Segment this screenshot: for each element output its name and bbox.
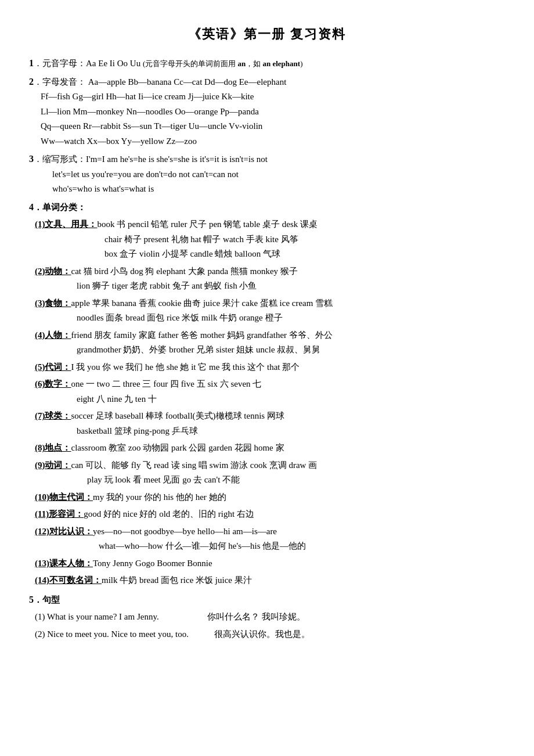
section-2-line3: Ll—lion Mm—monkey Nn—noodles Oo—orange P… — [29, 107, 259, 116]
section-5-title: ．句型 — [34, 595, 60, 604]
cat12-line1: yes—no—not goodbye—bye hello—hi am—is—ar… — [93, 527, 277, 536]
cat4-line1: friend 朋友 family 家庭 father 爸爸 mother 妈妈 … — [71, 330, 333, 340]
cat8-line1: classroom 教室 zoo 动物园 park 公园 garden 花园 h… — [71, 443, 284, 452]
category-14: (14)不可数名词：milk 牛奶 bread 面包 rice 米饭 juice… — [35, 573, 505, 588]
cat2-line1: cat 猫 bird 小鸟 dog 狗 elephant 大象 panda 熊猫… — [71, 267, 298, 276]
category-9: (9)动词：can 可以、能够 fly 飞 read 读 sing 唱 swim… — [35, 458, 505, 488]
cat5-line1: I 我 you 你 we 我们 he 他 she 她 it 它 me 我 thi… — [71, 362, 300, 372]
cat10-title: (10)物主代词： — [35, 492, 93, 502]
cat2-line2: lion 狮子 tiger 老虎 rabbit 兔子 ant 蚂蚁 fish 小… — [35, 281, 257, 290]
section-1-content: 元音字母：Aa Ee Ii Oo Uu (元音字母开头的单词前面用 an，如 a… — [42, 59, 302, 68]
category-2: (2)动物：cat 猫 bird 小鸟 dog 狗 elephant 大象 pa… — [35, 264, 505, 294]
cat1-line2: chair 椅子 present 礼物 hat 帽子 watch 手表 kite… — [35, 235, 298, 244]
page-title: 《英语》第一册 复习资料 — [29, 23, 505, 45]
sentence-2: (2) Nice to meet you. Nice to meet you, … — [35, 627, 505, 642]
category-10: (10)物主代词：my 我的 your 你的 his 他的 her 她的 — [35, 490, 505, 505]
cat12-line2: what—who—how 什么—谁—如何 he's—his 他是—他的 — [35, 541, 306, 550]
cat10-line1: my 我的 your 你的 his 他的 her 她的 — [93, 492, 226, 502]
cat3-line1: apple 苹果 banana 香蕉 cookie 曲奇 juice 果汁 ca… — [71, 298, 333, 308]
sentence-1: (1) What is your name? I am Jenny. 你叫什么名… — [35, 610, 505, 625]
cat6-title: (6)数字： — [35, 379, 71, 388]
category-3: (3)食物：apple 苹果 banana 香蕉 cookie 曲奇 juice… — [35, 296, 505, 326]
sentence-1-num: (1) What is your name? I am Jenny. — [35, 612, 159, 621]
sentences-container: (1) What is your name? I am Jenny. 你叫什么名… — [29, 610, 505, 642]
category-1: (1)文具、用具：book 书 pencil 铅笔 ruler 尺子 pen 钢… — [35, 217, 505, 262]
cat4-title: (4)人物： — [35, 330, 71, 340]
cat7-line2: basketball 篮球 ping-pong 乒乓球 — [35, 426, 198, 435]
cat3-title: (3)食物： — [35, 298, 71, 308]
section-3-num: 3 — [29, 154, 34, 164]
section-1-dot: ． — [34, 59, 42, 68]
cat1-title: (1)文具、用具： — [35, 219, 98, 229]
section-1: 1．元音字母：Aa Ee Ii Oo Uu (元音字母开头的单词前面用 an，如… — [29, 55, 505, 71]
cat14-line1: milk 牛奶 bread 面包 rice 米饭 juice 果汁 — [102, 575, 252, 585]
cat1-line1: book 书 pencil 铅笔 ruler 尺子 pen 钢笔 table 桌… — [98, 219, 318, 229]
category-5: (5)代词：I 我 you 你 we 我们 he 他 she 她 it 它 me… — [35, 360, 505, 375]
cat8-title: (8)地点： — [35, 443, 71, 452]
cat9-line2: play 玩 look 看 meet 见面 go 去 can't 不能 — [35, 475, 240, 484]
sentence-2-cn: 很高兴认识你。我也是。 — [214, 629, 310, 639]
category-8: (8)地点：classroom 教室 zoo 动物园 park 公园 garde… — [35, 441, 505, 456]
section-4: 4．单词分类： — [29, 199, 505, 215]
section-1-num: 1 — [29, 58, 34, 68]
category-6: (6)数字：one 一 two 二 three 三 four 四 five 五 … — [35, 377, 505, 406]
sentence-2-num: (2) Nice to meet you. Nice to meet you, … — [35, 629, 189, 639]
section-2-num: 2 — [29, 77, 34, 87]
cat7-title: (7)球类： — [35, 411, 71, 420]
cat11-title: (11)形容词： — [35, 509, 84, 519]
category-12: (12)对比认识：yes—no—not goodbye—bye hello—hi… — [35, 524, 505, 554]
cat12-title: (12)对比认识： — [35, 527, 93, 536]
section-3-line3: who's=who is what's=what is — [29, 184, 154, 193]
cat11-line1: good 好的 nice 好的 old 老的、旧的 right 右边 — [84, 509, 254, 519]
category-4: (4)人物：friend 朋友 family 家庭 father 爸爸 moth… — [35, 328, 505, 358]
cat7-line1: soccer 足球 baseball 棒球 football(美式)橄榄球 te… — [71, 411, 284, 420]
section-3: 3．缩写形式：I'm=I am he's=he is she's=she is … — [29, 151, 505, 197]
category-11: (11)形容词：good 好的 nice 好的 old 老的、旧的 right … — [35, 507, 505, 522]
category-13: (13)课本人物：Tony Jenny Gogo Boomer Bonnie — [35, 556, 505, 571]
cat3-line2: noodles 面条 bread 面包 rice 米饭 milk 牛奶 oran… — [35, 313, 283, 322]
section-5: 5．句型 — [29, 592, 505, 608]
cat9-line1: can 可以、能够 fly 飞 read 读 sing 唱 swim 游泳 co… — [71, 460, 317, 470]
section-2: 2．字母发音： Aa—apple Bb—banana Cc—cat Dd—dog… — [29, 74, 505, 149]
category-7: (7)球类：soccer 足球 baseball 棒球 football(美式)… — [35, 409, 505, 438]
cat13-title: (13)课本人物： — [35, 559, 93, 568]
cat6-line1: one 一 two 二 three 三 four 四 five 五 six 六 … — [71, 379, 262, 388]
cat6-line2: eight 八 nine 九 ten 十 — [35, 394, 157, 404]
cat14-title: (14)不可数名词： — [35, 575, 102, 585]
cat2-title: (2)动物： — [35, 267, 71, 276]
section-5-num: 5 — [29, 595, 34, 604]
sentence-1-cn: 你叫什么名？ 我叫珍妮。 — [207, 612, 305, 621]
categories-container: (1)文具、用具：book 书 pencil 铅笔 ruler 尺子 pen 钢… — [29, 217, 505, 588]
section-3-line2: let's=let us you're=you are don't=do not… — [29, 170, 239, 179]
cat1-line3: box 盒子 violin 小提琴 candle 蜡烛 balloon 气球 — [35, 249, 280, 258]
cat13-line1: Tony Jenny Gogo Boomer Bonnie — [93, 559, 212, 568]
section-2-line4: Qq—queen Rr—rabbit Ss—sun Tt—tiger Uu—un… — [29, 121, 262, 131]
section-4-num: 4 — [29, 202, 34, 212]
cat5-title: (5)代词： — [35, 362, 71, 372]
section-2-line5: Ww—watch Xx—box Yy—yellow Zz—zoo — [29, 136, 197, 146]
cat4-line2: grandmother 奶奶、外婆 brother 兄弟 sister 姐妹 u… — [35, 345, 320, 354]
section-2-line2: Ff—fish Gg—girl Hh—hat Ii—ice cream Jj—j… — [29, 92, 254, 101]
section-4-title: ．单词分类： — [34, 203, 86, 212]
cat9-title: (9)动词： — [35, 460, 71, 470]
